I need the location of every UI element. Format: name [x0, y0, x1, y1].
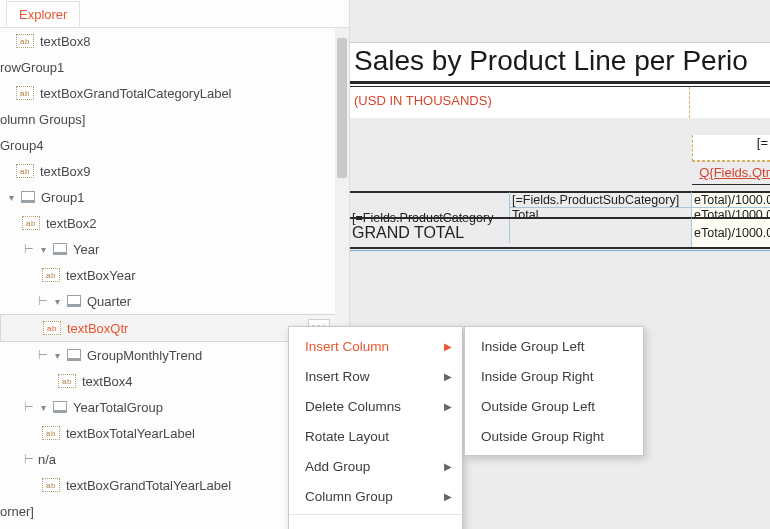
usd-label[interactable]: (USD IN THOUSANDS)	[350, 87, 690, 118]
expand-toggle-icon[interactable]: ▾	[52, 350, 63, 361]
tab-explorer[interactable]: Explorer	[6, 1, 80, 27]
tree-item-label: Quarter	[87, 294, 131, 309]
report-page[interactable]: Sales by Product Line per Perio (USD IN …	[350, 42, 770, 118]
menu-separator	[289, 514, 462, 515]
tree-item[interactable]: abtextBoxYear	[0, 262, 349, 288]
context-submenu[interactable]: Inside Group LeftInside Group RightOutsi…	[464, 326, 644, 456]
branch-icon: ⊢	[22, 400, 36, 414]
tree-item-label: rowGroup1	[0, 60, 64, 75]
eq-cell[interactable]: [=	[692, 135, 770, 161]
tree-item[interactable]: Group4	[0, 132, 349, 158]
expand-toggle-icon[interactable]: ▾	[52, 296, 63, 307]
tree-item-label: olumn Groups]	[0, 112, 85, 127]
submenu-arrow-icon: ▶	[444, 401, 452, 412]
qtr-cell[interactable]: Q{Fields.Qtr	[692, 161, 770, 185]
expand-toggle-icon[interactable]: ▾	[6, 192, 17, 203]
group-icon	[67, 295, 81, 307]
submenu-item[interactable]: Inside Group Right	[465, 361, 643, 391]
branch-icon: ⊢	[22, 452, 36, 466]
tree-item-label: textBox4	[82, 374, 133, 389]
textbox-icon: ab	[43, 321, 61, 335]
tree-item-label: textBox9	[40, 164, 91, 179]
group-icon	[21, 191, 35, 203]
cell-grand-total[interactable]: GRAND TOTAL	[350, 217, 692, 247]
context-menu[interactable]: Insert Column▶Insert Row▶Delete Columns▶…	[288, 326, 463, 529]
tree-item[interactable]: ⊢▾Year	[0, 236, 349, 262]
cell-product-subcategory[interactable]: [=Fields.ProductSubCategory]	[510, 191, 692, 207]
grid-row-grand[interactable]: GRAND TOTAL eTotal)/1000.0	[350, 217, 770, 247]
menu-item[interactable]: Add Total▶	[289, 518, 462, 529]
tree-item-label: textBoxTotalYearLabel	[66, 426, 195, 441]
tree-item-label: GroupMonthlyTrend	[87, 348, 202, 363]
menu-item[interactable]: Add Group▶	[289, 451, 462, 481]
branch-icon: ⊢	[36, 294, 50, 308]
group-icon	[53, 243, 67, 255]
tree-item[interactable]: abtextBox8	[0, 28, 349, 54]
submenu-item[interactable]: Outside Group Left	[465, 391, 643, 421]
textbox-icon: ab	[42, 426, 60, 440]
submenu-arrow-icon: ▶	[444, 461, 452, 472]
tree-item-label: Group4	[0, 138, 43, 153]
menu-item[interactable]: Column Group▶	[289, 481, 462, 511]
submenu-arrow-icon: ▶	[444, 491, 452, 502]
report-title[interactable]: Sales by Product Line per Perio	[350, 43, 770, 81]
branch-icon: ⊢	[22, 242, 36, 256]
scroll-thumb[interactable]	[337, 38, 347, 178]
tree-item[interactable]: rowGroup1	[0, 54, 349, 80]
submenu-arrow-icon: ▶	[444, 341, 452, 352]
tree-item-label: Year	[73, 242, 99, 257]
tree-item[interactable]: abtextBox2	[0, 210, 349, 236]
cell-value-3[interactable]: eTotal)/1000.0	[692, 217, 770, 247]
menu-item[interactable]: Rotate Layout	[289, 421, 462, 451]
textbox-icon: ab	[58, 374, 76, 388]
expand-toggle-icon[interactable]: ▾	[38, 244, 49, 255]
expand-toggle-icon[interactable]: ▾	[38, 402, 49, 413]
explorer-tabbar: Explorer	[0, 0, 349, 28]
submenu-item[interactable]: Inside Group Left	[465, 331, 643, 361]
tree-item-label: YearTotalGroup	[73, 400, 163, 415]
menu-item[interactable]: Delete Columns▶	[289, 391, 462, 421]
tree-item-label: n/a	[38, 452, 56, 467]
textbox-icon: ab	[42, 478, 60, 492]
tree-item-label: textBox2	[46, 216, 97, 231]
menu-item[interactable]: Insert Column▶	[289, 331, 462, 361]
design-grid[interactable]: [=Fields.ProductCategory [=Fields.Produc…	[350, 191, 770, 251]
textbox-icon: ab	[16, 86, 34, 100]
tree-item[interactable]: olumn Groups]	[0, 106, 349, 132]
textbox-icon: ab	[16, 164, 34, 178]
tree-item-label: textBox8	[40, 34, 91, 49]
textbox-icon: ab	[16, 34, 34, 48]
tree-item-label: textBoxGrandTotalYearLabel	[66, 478, 231, 493]
submenu-item[interactable]: Outside Group Right	[465, 421, 643, 451]
textbox-icon: ab	[22, 216, 40, 230]
tree-item-label: Group1	[41, 190, 84, 205]
group-icon	[53, 401, 67, 413]
menu-item[interactable]: Insert Row▶	[289, 361, 462, 391]
textbox-icon: ab	[42, 268, 60, 282]
tree-item[interactable]: ⊢▾Quarter	[0, 288, 349, 314]
cell-value-1[interactable]: eTotal)/1000.0	[692, 191, 770, 207]
tree-item-label: orner]	[0, 504, 34, 519]
tree-item-label: textBoxQtr	[67, 321, 128, 336]
submenu-arrow-icon: ▶	[444, 371, 452, 382]
tree-item[interactable]: ▾Group1	[0, 184, 349, 210]
tree-item-label: textBoxYear	[66, 268, 136, 283]
tree-item-label: textBoxGrandTotalCategoryLabel	[40, 86, 232, 101]
grid-row[interactable]: [=Fields.ProductCategory [=Fields.Produc…	[350, 191, 770, 217]
tree-item[interactable]: abtextBox9	[0, 158, 349, 184]
group-icon	[67, 349, 81, 361]
branch-icon: ⊢	[36, 348, 50, 362]
tree-item[interactable]: abtextBoxGrandTotalCategoryLabel	[0, 80, 349, 106]
